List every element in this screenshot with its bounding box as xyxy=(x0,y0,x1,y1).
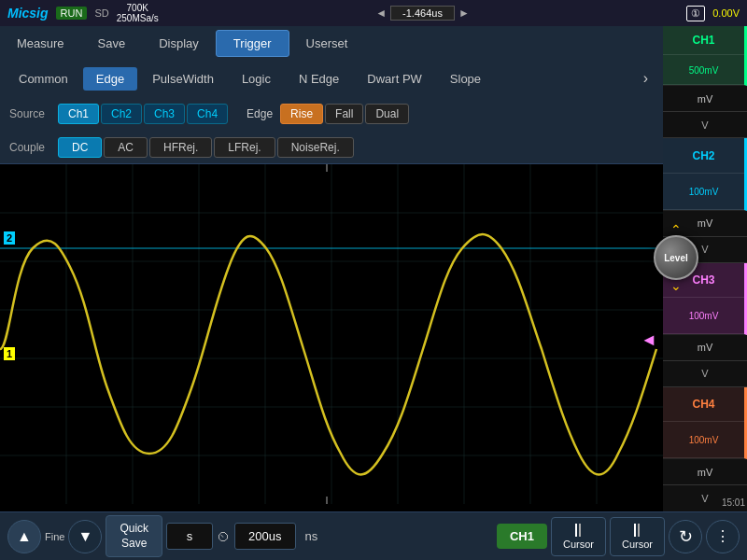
time-arrow-left-icon: ◄ xyxy=(375,7,387,20)
trigger-tab-dwartpw[interactable]: Dwart PW xyxy=(354,67,435,91)
ch2-panel-btn[interactable]: CH2 100mV xyxy=(663,138,747,210)
couple-lfrej-btn[interactable]: LFRej. xyxy=(214,137,275,158)
ch4-mv-unit: mV xyxy=(663,459,747,485)
couple-mode-group: DC AC HFRej. LFRej. NoiseRej. xyxy=(58,137,354,158)
menu-save[interactable]: Save xyxy=(81,31,143,56)
trigger-level-arrow: ◄ xyxy=(641,330,657,350)
ch4-label: CH4 xyxy=(692,398,714,411)
down-arrow-icon: ▼ xyxy=(78,528,92,545)
up-arrow-icon: ▲ xyxy=(17,528,32,545)
menu-dots-icon: ⋮ xyxy=(715,527,730,545)
couple-dc-btn[interactable]: DC xyxy=(58,137,102,158)
time-reference: ◄ -1.464us ► xyxy=(166,6,680,21)
menu-display[interactable]: Display xyxy=(142,31,216,56)
status-bar: Micsig RUN SD 700K 250MSa/s ◄ -1.464us ►… xyxy=(0,0,747,26)
ch1-v-unit: V xyxy=(663,112,747,138)
ch4-panel-btn[interactable]: CH4 100mV xyxy=(663,387,747,459)
ch2-select-btn[interactable]: Ch2 xyxy=(101,104,142,124)
menu-dots-btn[interactable]: ⋮ xyxy=(706,520,740,553)
trigger-tab-edge[interactable]: Edge xyxy=(83,67,137,91)
couple-noiserej-btn[interactable]: NoiseRej. xyxy=(277,137,354,158)
ch1-mv-unit: mV xyxy=(663,86,747,112)
menu-bar: Measure Save Display Trigger Userset xyxy=(0,26,663,60)
menu-userset[interactable]: Userset xyxy=(289,31,365,56)
trigger-tab-common[interactable]: Common xyxy=(6,67,81,91)
ch3-mv-unit: mV xyxy=(663,335,747,361)
trigger-tab-logic[interactable]: Logic xyxy=(229,67,284,91)
trigger-tab-nedge[interactable]: N Edge xyxy=(286,67,352,91)
run-status: RUN xyxy=(56,7,88,20)
settings-icon: ↻ xyxy=(679,526,693,547)
level-up-icon: ⌃ xyxy=(670,222,682,237)
couple-label: Couple xyxy=(9,141,50,154)
increment-btn[interactable]: ▲ xyxy=(7,520,41,553)
cursor2-icon xyxy=(634,524,640,537)
timestamp: 15:01 xyxy=(722,497,745,508)
level-control[interactable]: ⌃ Level ⌄ xyxy=(654,235,698,280)
ch3-mv-value: 100mV xyxy=(689,311,719,321)
edge-mode-group: Rise Fall Dual xyxy=(280,104,409,124)
ch1-label: CH1 xyxy=(692,34,714,47)
cursor1-btn[interactable]: Cursor xyxy=(551,517,606,556)
cursor2-btn[interactable]: Cursor xyxy=(610,517,665,556)
couple-hfrej-btn[interactable]: HFRej. xyxy=(149,137,212,158)
voltage-display: 0.00V xyxy=(712,7,740,19)
ch2-channel-marker: 2 xyxy=(4,231,15,245)
level-down-icon: ⌄ xyxy=(670,278,682,293)
ch1-mv-value: 500mV xyxy=(689,65,719,76)
freq-display: 700K 250MSa/s xyxy=(117,3,159,23)
ch1-active-badge[interactable]: CH1 xyxy=(497,524,547,549)
couple-ac-btn[interactable]: AC xyxy=(104,137,148,158)
source-label: Source xyxy=(9,107,50,120)
level-knob[interactable]: Level xyxy=(654,235,698,280)
ch2-label: CH2 xyxy=(692,149,714,162)
edge-fall-btn[interactable]: Fall xyxy=(325,104,363,124)
time-arrow-right-icon: ► xyxy=(458,7,470,20)
ch4-select-btn[interactable]: Ch4 xyxy=(187,104,228,124)
fine-label: Fine xyxy=(45,531,64,542)
quick-save-btn[interactable]: Quick Save xyxy=(106,515,162,557)
menu-measure[interactable]: Measure xyxy=(0,31,81,56)
trigger-more-icon[interactable]: › xyxy=(634,70,657,87)
trigger-tab-bar: Common Edge PulseWidth Logic N Edge Dwar… xyxy=(0,60,663,97)
couple-row: Couple DC AC HFRej. LFRej. NoiseRej. xyxy=(0,131,663,164)
ch1-panel-btn[interactable]: CH1 500mV xyxy=(663,26,747,86)
app-logo: Micsig xyxy=(7,6,49,21)
ch1-channel-marker: 1 xyxy=(4,347,15,360)
decrement-btn[interactable]: ▼ xyxy=(68,520,102,553)
time-value-display[interactable]: s xyxy=(166,523,213,550)
bottom-toolbar: ▲ Fine ▼ Quick Save s ⏲ 200us ns CH1 Cur… xyxy=(0,511,747,560)
storage-indicator: SD xyxy=(94,7,108,19)
waveform-display xyxy=(0,164,663,504)
time-offset-display: -1.464us xyxy=(390,6,455,21)
ch1-select-btn[interactable]: Ch1 xyxy=(58,104,99,124)
ch3-v-unit: V xyxy=(663,361,747,387)
trigger-tab-pulsewidth[interactable]: PulseWidth xyxy=(139,67,227,91)
ch1-trigger-indicator: ① xyxy=(686,6,705,21)
channel-select-group: Ch1 Ch2 Ch3 Ch4 xyxy=(58,104,228,124)
trigger-tab-slope[interactable]: Slope xyxy=(437,67,494,91)
source-row: Source Ch1 Ch2 Ch3 Ch4 Edge Rise Fall Du… xyxy=(0,97,663,131)
edge-label: Edge xyxy=(247,107,273,120)
settings-btn[interactable]: ↻ xyxy=(669,520,702,553)
ch4-mv-value: 100mV xyxy=(689,435,719,445)
time-scale-display[interactable]: 200us xyxy=(234,523,295,550)
ch2-mv-value: 100mV xyxy=(689,187,719,197)
time-scale-icon: ⏲ xyxy=(217,529,231,544)
ch3-select-btn[interactable]: Ch3 xyxy=(144,104,185,124)
edge-rise-btn[interactable]: Rise xyxy=(280,104,323,124)
menu-trigger[interactable]: Trigger xyxy=(216,30,289,57)
cursor1-icon xyxy=(575,524,581,537)
time-unit-label: ns xyxy=(300,529,324,543)
edge-dual-btn[interactable]: Dual xyxy=(365,104,409,124)
